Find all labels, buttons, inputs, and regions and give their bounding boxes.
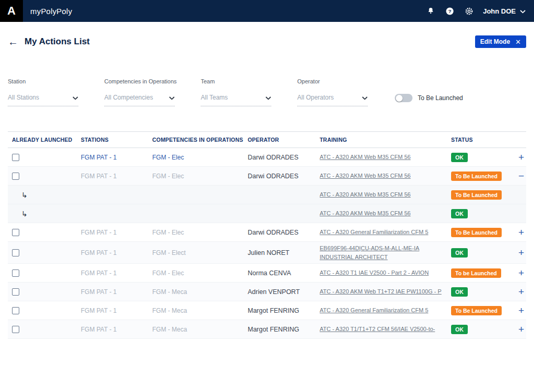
already-launched-checkbox[interactable] [12, 249, 19, 256]
cell-status: OK [451, 152, 508, 162]
page-header: ← My Actions List Edit Mode ✕ [0, 35, 534, 48]
filter-label: Team [201, 78, 271, 84]
user-menu[interactable]: John DOE [483, 6, 526, 16]
cell-expand: + [508, 227, 526, 238]
already-launched-checkbox[interactable] [12, 307, 19, 314]
cell-training: ATC - A320 T1 IAE V2500 - Part 2 - AVION [320, 266, 451, 279]
table-subrow: ↳ATC - A320 AKM Web M35 CFM 56To Be Laun… [8, 186, 526, 204]
chevron-down-icon [362, 93, 368, 102]
already-launched-checkbox[interactable] [12, 326, 19, 333]
filter-team: TeamAll Teams [201, 78, 271, 106]
training-link[interactable]: ATC - A320 General Familiarization CFM 5 [320, 304, 428, 317]
already-launched-checkbox[interactable] [12, 270, 19, 277]
cell-operator: Darwi ODRADES [248, 154, 320, 161]
training-link[interactable]: ATC - A320 AKM Web M35 CFM 56 [320, 188, 410, 201]
already-launched-checkbox[interactable] [12, 154, 19, 161]
expand-row-button[interactable]: + [518, 247, 524, 258]
cell-competency: FGM - Elec [152, 270, 248, 277]
cell-status: OK [451, 324, 508, 334]
cell-station: FGM PAT - 1 [81, 288, 152, 296]
table-row: FGM PAT - 1FGM - ElectJulien NORETEB699F… [8, 242, 526, 264]
chevron-down-icon [169, 93, 175, 102]
cell-expand: + [508, 324, 526, 335]
cell-expand: + [508, 287, 526, 297]
expand-row-button[interactable]: + [518, 227, 524, 238]
cell-station: FGM PAT - 1 [81, 173, 152, 180]
edit-mode-button[interactable]: Edit Mode ✕ [475, 35, 526, 48]
expand-row-button[interactable]: + [518, 152, 524, 163]
cell-operator: Norma CENVA [248, 270, 320, 277]
status-badge: To Be Launched [451, 172, 502, 181]
cell-competency: FGM - Elec [152, 173, 248, 180]
user-name: John DOE [483, 7, 516, 15]
cell-status: To Be Launched [451, 305, 508, 315]
expand-row-button[interactable]: + [518, 305, 524, 316]
cell-competency: FGM - Elect [152, 249, 248, 256]
filter-select-station[interactable]: All Stations [8, 93, 78, 106]
cell-operator: Margot FENRING [248, 326, 320, 333]
cell-already-launched [8, 287, 81, 297]
cell-competency: FGM - Elec [152, 229, 248, 236]
filters: StationAll StationsCompetencies in Opera… [0, 78, 534, 106]
training-link[interactable]: ATC - A320 General Familiarization CFM 5 [320, 226, 428, 239]
column-header: ALREADY LAUNCHED [8, 137, 81, 143]
cell-operator: Darwi ODRADES [248, 173, 320, 180]
training-link[interactable]: ATC - A320 AKM Web M35 CFM 56 [320, 207, 410, 220]
training-link[interactable]: ATC - A320 AKM Web M35 CFM 56 [320, 151, 410, 164]
status-badge: To Be Launched [451, 306, 502, 315]
column-header: STATUS [451, 137, 508, 143]
close-icon[interactable]: ✕ [515, 39, 521, 45]
status-badge: OK [451, 248, 468, 258]
training-link[interactable]: ATC - A320 AKM Web T1+T2 IAE PW1100G - P [320, 285, 442, 298]
table-header-row: ALREADY LAUNCHEDSTATIONSCOMPETENCIES IN … [8, 132, 526, 148]
filter-selected-value: All Competencies [104, 94, 153, 101]
back-arrow-icon[interactable]: ← [8, 36, 18, 47]
subrow-arrow-icon: ↳ [21, 210, 28, 218]
table-row: FGM PAT - 1FGM - ElecDarwi ODRADESATC - … [8, 148, 526, 167]
cell-training: ATC - A320 AKM Web M35 CFM 56 [320, 169, 451, 182]
filter-selected-value: All Teams [201, 94, 228, 101]
collapse-row-button[interactable]: − [518, 170, 524, 181]
page-title: My Actions List [25, 36, 90, 47]
cell-station: FGM PAT - 1 [81, 154, 152, 161]
cell-competency: FGM - Elec [152, 154, 248, 161]
filter-selected-value: All Stations [8, 94, 39, 101]
already-launched-checkbox[interactable] [12, 173, 19, 180]
already-launched-checkbox[interactable] [12, 288, 19, 296]
cell-already-launched [8, 248, 81, 258]
training-link[interactable]: ATC - A320 T1/T1+T2 CFM 56/IAE V2500-to- [320, 323, 435, 336]
training-link[interactable]: EB699F96-44D|CU-ADS-M-ALL-ME-IA INDUSTRI… [320, 242, 446, 263]
filter-select-competencies-in-operations[interactable]: All Competencies [104, 93, 175, 106]
to-be-launched-toggle[interactable] [395, 94, 412, 102]
training-link[interactable]: ATC - A320 T1 IAE V2500 - Part 2 - AVION [320, 266, 429, 279]
settings-gear-icon[interactable] [465, 7, 474, 16]
brand-logo[interactable]: A [0, 0, 23, 22]
already-launched-checkbox[interactable] [12, 229, 19, 236]
cell-status: OK [451, 248, 508, 258]
notifications-bell-icon[interactable] [426, 7, 435, 16]
column-header: COMPETENCIES IN OPERATIONS [152, 137, 248, 143]
cell-expand: + [508, 268, 526, 278]
cell-already-launched [8, 153, 81, 162]
filter-select-team[interactable]: All Teams [201, 93, 271, 106]
cell-training: EB699F96-44D|CU-ADS-M-ALL-ME-IA INDUSTRI… [320, 242, 451, 263]
help-icon[interactable]: ? [445, 7, 454, 16]
training-link[interactable]: ATC - A320 AKM Web M35 CFM 56 [320, 169, 410, 182]
top-navbar: A myPolyPoly ? John DOE [0, 0, 534, 22]
expand-row-button[interactable]: + [518, 267, 524, 278]
expand-row-button[interactable]: + [518, 286, 524, 297]
cell-operator: Margot FENRING [248, 307, 320, 314]
cell-status: To Be Launched [451, 171, 508, 181]
filter-label: Competencies in Operations [104, 78, 175, 84]
filter-operator: OperatorAll Operators [297, 78, 368, 106]
cell-training: ATC - A320 General Familiarization CFM 5 [320, 304, 451, 317]
to-be-launched-toggle-wrap: To Be Launched [395, 94, 463, 102]
cell-expand: − [508, 171, 526, 181]
filter-select-operator[interactable]: All Operators [297, 93, 368, 106]
cell-training: ATC - A320 AKM Web T1+T2 IAE PW1100G - P [320, 285, 451, 298]
status-badge: OK [451, 287, 468, 297]
chevron-down-icon [520, 6, 526, 16]
cell-expand: + [508, 305, 526, 316]
expand-row-button[interactable]: + [518, 324, 524, 335]
cell-subrow-indent: ↳ [8, 190, 81, 200]
